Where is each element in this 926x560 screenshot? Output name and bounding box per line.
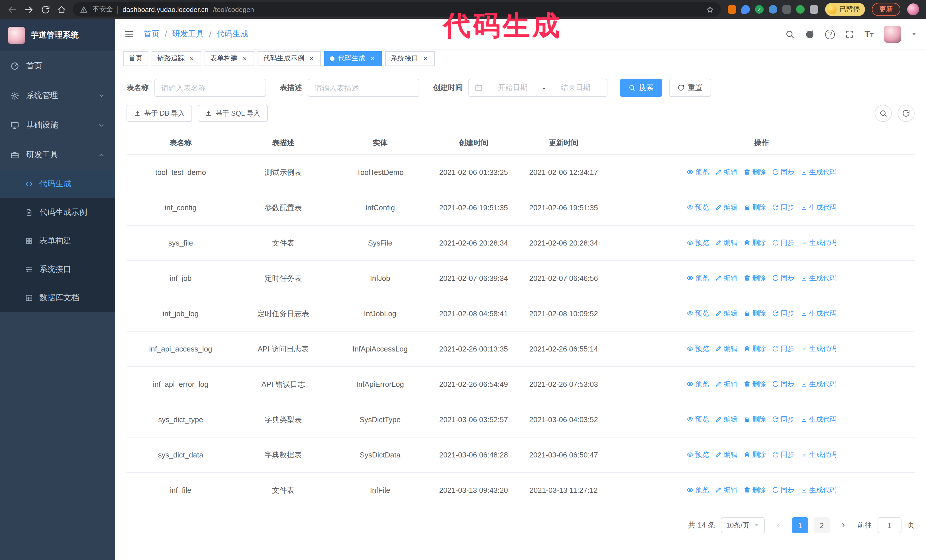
preview-link[interactable]: 预览	[687, 273, 709, 284]
sync-link[interactable]: 同步	[772, 485, 794, 496]
avatar-caret-icon[interactable]	[911, 31, 917, 37]
preview-link[interactable]: 预览	[687, 485, 709, 496]
delete-link[interactable]: 删除	[744, 273, 766, 284]
close-tab-icon[interactable]: ×	[369, 55, 376, 62]
preview-link[interactable]: 预览	[687, 308, 709, 319]
bookmark-star-icon[interactable]	[706, 5, 714, 14]
tab-codegen-example[interactable]: 代码生成示例 ×	[257, 51, 321, 66]
browser-update-button[interactable]: 更新	[872, 3, 900, 16]
sidebar-subitem-codegen[interactable]: 代码生成	[0, 170, 115, 198]
table-desc-input[interactable]	[308, 78, 419, 97]
browser-home-icon[interactable]	[57, 5, 66, 14]
sync-link[interactable]: 同步	[772, 237, 794, 249]
page-1-button[interactable]: 1	[792, 517, 808, 533]
browser-back-icon[interactable]	[7, 4, 17, 15]
github-icon[interactable]	[805, 29, 815, 39]
generate-code-link[interactable]: 生成代码	[800, 273, 837, 284]
sidebar-subitem-codegen-example[interactable]: 代码生成示例	[0, 198, 115, 227]
fullscreen-icon[interactable]	[845, 30, 854, 39]
browser-profile-avatar[interactable]	[907, 3, 919, 15]
sync-link[interactable]: 同步	[772, 167, 794, 178]
delete-link[interactable]: 删除	[744, 237, 766, 249]
import-db-button[interactable]: 基于 DB 导入	[127, 105, 192, 122]
sidebar-toggle[interactable]	[124, 29, 135, 39]
edit-link[interactable]: 编辑	[715, 273, 737, 284]
sync-link[interactable]: 同步	[772, 308, 794, 319]
generate-code-link[interactable]: 生成代码	[800, 167, 837, 178]
sync-link[interactable]: 同步	[772, 202, 794, 213]
font-size-icon[interactable]: TT	[864, 30, 873, 39]
preview-link[interactable]: 预览	[687, 414, 709, 425]
delete-link[interactable]: 删除	[744, 414, 766, 425]
close-tab-icon[interactable]: ×	[308, 55, 315, 62]
preview-link[interactable]: 预览	[687, 237, 709, 249]
reset-button[interactable]: 重置	[669, 78, 711, 97]
generate-code-link[interactable]: 生成代码	[800, 343, 837, 355]
preview-link[interactable]: 预览	[687, 202, 709, 213]
sidebar-item-dev-tools[interactable]: 研发工具	[0, 140, 115, 170]
edit-link[interactable]: 编辑	[715, 379, 737, 390]
refresh-table-button[interactable]	[897, 105, 915, 122]
user-avatar[interactable]	[884, 26, 901, 43]
browser-reload-icon[interactable]	[41, 5, 50, 14]
help-icon[interactable]: ?	[825, 29, 835, 39]
generate-code-link[interactable]: 生成代码	[800, 237, 837, 249]
tab-form-builder[interactable]: 表单构建 ×	[204, 51, 254, 66]
edit-link[interactable]: 编辑	[715, 237, 737, 249]
extension-icon[interactable]	[741, 5, 750, 14]
close-tab-icon[interactable]: ×	[188, 55, 195, 62]
generate-code-link[interactable]: 生成代码	[800, 449, 837, 460]
delete-link[interactable]: 删除	[744, 202, 766, 213]
preview-link[interactable]: 预览	[687, 167, 709, 178]
edit-link[interactable]: 编辑	[715, 414, 737, 425]
preview-link[interactable]: 预览	[687, 379, 709, 390]
extension-icon[interactable]	[796, 5, 805, 14]
browser-forward-icon[interactable]	[24, 4, 34, 15]
delete-link[interactable]: 删除	[744, 343, 766, 355]
page-size-select[interactable]: 10条/页	[721, 517, 765, 533]
table-name-input[interactable]	[154, 78, 266, 97]
generate-code-link[interactable]: 生成代码	[800, 308, 837, 319]
breadcrumb-home[interactable]: 首页	[144, 29, 160, 39]
next-page-button[interactable]	[835, 517, 851, 533]
extensions-puzzle-icon[interactable]	[810, 5, 818, 14]
delete-link[interactable]: 删除	[744, 485, 766, 496]
edit-link[interactable]: 编辑	[715, 308, 737, 319]
import-sql-button[interactable]: 基于 SQL 导入	[198, 105, 268, 122]
tab-home[interactable]: 首页	[123, 51, 148, 66]
app-logo[interactable]: 芋道管理系统	[0, 20, 115, 51]
page-2-button[interactable]: 2	[814, 517, 830, 533]
sync-link[interactable]: 同步	[772, 379, 794, 390]
prev-page-button[interactable]	[770, 517, 787, 533]
sync-link[interactable]: 同步	[772, 273, 794, 284]
sidebar-subitem-db-doc[interactable]: 数据库文档	[0, 284, 115, 312]
delete-link[interactable]: 删除	[744, 167, 766, 178]
sync-link[interactable]: 同步	[772, 449, 794, 460]
extension-icon[interactable]: ✓	[755, 5, 764, 14]
tab-codegen[interactable]: 代码生成 ×	[324, 51, 382, 66]
sync-link[interactable]: 同步	[772, 343, 794, 355]
close-tab-icon[interactable]: ×	[422, 55, 429, 62]
close-tab-icon[interactable]: ×	[241, 55, 248, 62]
generate-code-link[interactable]: 生成代码	[800, 202, 837, 213]
sync-link[interactable]: 同步	[772, 414, 794, 425]
tab-tracing[interactable]: 链路追踪 ×	[151, 51, 201, 66]
extension-icon[interactable]	[728, 5, 736, 14]
sidebar-subitem-system-api[interactable]: 系统接口	[0, 255, 115, 284]
sidebar-item-home[interactable]: 首页	[0, 51, 115, 81]
create-time-range-picker[interactable]: 开始日期 - 结束日期	[468, 78, 607, 97]
sidebar-item-system-management[interactable]: 系统管理	[0, 81, 115, 110]
breadcrumb-dev-tools[interactable]: 研发工具	[172, 29, 204, 39]
sidebar-subitem-form-builder[interactable]: 表单构建	[0, 227, 115, 255]
profile-paused-badge[interactable]: 已暂停	[825, 3, 865, 16]
tab-system-api[interactable]: 系统接口 ×	[385, 51, 435, 66]
edit-link[interactable]: 编辑	[715, 449, 737, 460]
generate-code-link[interactable]: 生成代码	[800, 379, 837, 390]
generate-code-link[interactable]: 生成代码	[800, 414, 837, 425]
toggle-search-button[interactable]	[875, 105, 892, 122]
preview-link[interactable]: 预览	[687, 343, 709, 355]
search-button[interactable]: 搜索	[620, 78, 662, 97]
generate-code-link[interactable]: 生成代码	[800, 485, 837, 496]
edit-link[interactable]: 编辑	[715, 202, 737, 213]
edit-link[interactable]: 编辑	[715, 167, 737, 178]
